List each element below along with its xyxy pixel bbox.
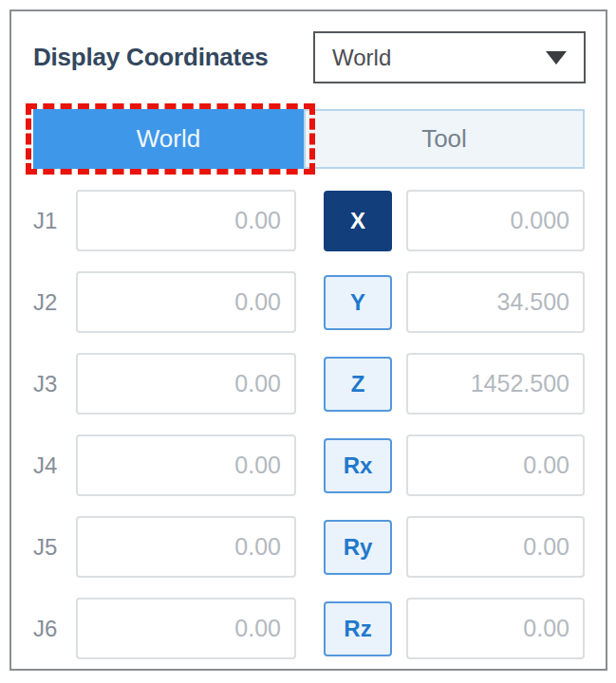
tab-tool[interactable]: Tool xyxy=(304,109,585,169)
axis-value-input[interactable] xyxy=(406,190,585,251)
joint-label: J1 xyxy=(33,208,76,234)
axis-value-input[interactable] xyxy=(406,516,585,578)
coordinate-rows: J1 X J2 Y J3 Z J4 Rx J5 Ry xyxy=(33,190,606,659)
table-row: J4 Rx xyxy=(33,434,606,496)
table-row: J3 Z xyxy=(33,353,606,415)
axis-value-input[interactable] xyxy=(406,271,585,333)
joint-value-input[interactable] xyxy=(76,598,296,659)
coordinate-system-dropdown[interactable]: World xyxy=(313,31,586,83)
tab-world[interactable]: World xyxy=(33,109,304,169)
axis-value-input[interactable] xyxy=(406,598,585,659)
table-row: J5 Ry xyxy=(33,516,606,578)
table-row: J1 X xyxy=(33,190,606,251)
joint-label: J4 xyxy=(33,452,76,479)
coordinate-tabs: World Tool xyxy=(33,109,585,169)
joint-value-input[interactable] xyxy=(76,271,296,333)
axis-badge-rz[interactable]: Rz xyxy=(324,601,392,656)
joint-label: J3 xyxy=(33,371,76,397)
joint-value-input[interactable] xyxy=(76,516,296,578)
joint-value-input[interactable] xyxy=(76,353,296,415)
dropdown-selected-value: World xyxy=(332,45,391,71)
table-row: J2 Y xyxy=(33,271,606,333)
display-coordinates-panel: Display Coordinates World World Tool J1 … xyxy=(9,9,607,671)
joint-value-input[interactable] xyxy=(76,190,296,251)
axis-badge-z[interactable]: Z xyxy=(324,357,392,412)
joint-label: J5 xyxy=(33,534,76,561)
joint-value-input[interactable] xyxy=(76,434,296,496)
axis-badge-rx[interactable]: Rx xyxy=(324,438,392,493)
joint-label: J6 xyxy=(33,616,76,642)
axis-value-input[interactable] xyxy=(406,434,585,496)
joint-label: J2 xyxy=(33,289,76,316)
axis-badge-ry[interactable]: Ry xyxy=(324,520,392,575)
axis-badge-y[interactable]: Y xyxy=(324,275,392,330)
chevron-down-icon xyxy=(546,51,567,65)
table-row: J6 Rz xyxy=(33,598,606,659)
axis-badge-x[interactable]: X xyxy=(324,191,392,251)
page-title: Display Coordinates xyxy=(33,43,269,72)
axis-value-input[interactable] xyxy=(406,353,585,415)
panel-header: Display Coordinates World xyxy=(33,31,586,83)
